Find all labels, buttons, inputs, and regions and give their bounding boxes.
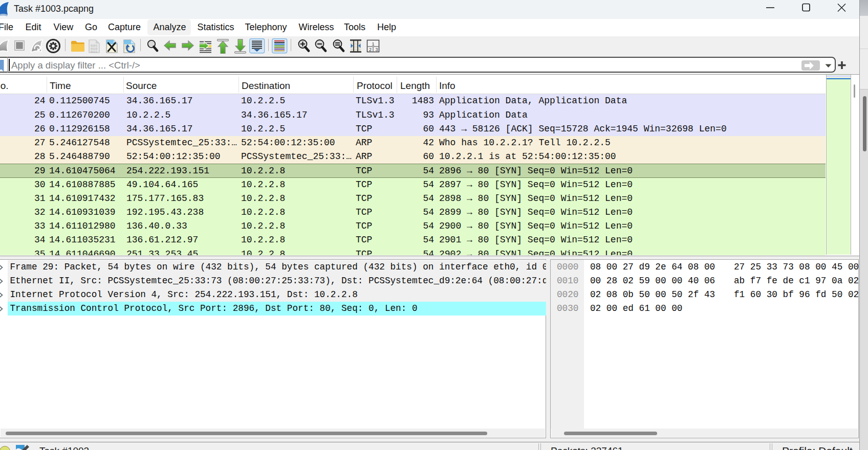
svg-text:0111: 0111	[91, 50, 98, 54]
svg-text:2: 2	[369, 47, 372, 52]
svg-text:1: 1	[372, 41, 375, 47]
svg-text:3: 3	[376, 47, 378, 52]
